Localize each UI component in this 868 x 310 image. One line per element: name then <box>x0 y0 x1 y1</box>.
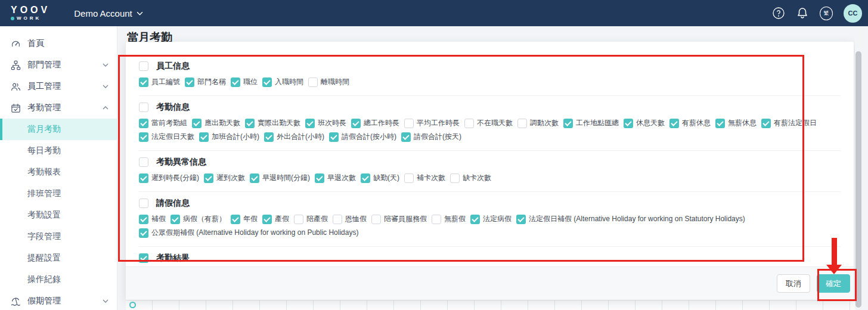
field-option[interactable]: 平均工作時長 <box>404 118 460 128</box>
field-option[interactable]: 法定假日天數 <box>139 132 194 142</box>
checkbox[interactable] <box>470 215 480 224</box>
checkbox[interactable] <box>185 78 194 87</box>
field-option[interactable]: 遲到時長(分鐘) <box>139 173 199 183</box>
sidebar-subitem-7[interactable]: 排班管理 <box>0 183 117 204</box>
checkbox[interactable] <box>624 119 633 128</box>
field-option[interactable]: 早退時間(分鐘) <box>250 173 310 183</box>
scrollbar-thumb[interactable] <box>855 51 861 308</box>
checkbox[interactable] <box>170 215 180 224</box>
field-option[interactable]: 陪產假 <box>294 214 328 224</box>
checkbox[interactable] <box>139 228 148 238</box>
checkbox[interactable] <box>139 119 148 128</box>
field-option[interactable]: 補假 <box>139 214 166 224</box>
sidebar-item-home[interactable]: 首頁 <box>0 33 117 54</box>
cancel-button[interactable]: 取消 <box>777 274 810 293</box>
field-option[interactable]: 調動次數 <box>517 118 559 128</box>
checkbox[interactable] <box>450 173 460 183</box>
checkbox[interactable] <box>139 173 148 183</box>
checkbox[interactable] <box>139 132 148 142</box>
field-option[interactable]: 實際出勤天數 <box>245 118 300 128</box>
section-checkbox[interactable] <box>139 61 148 71</box>
checkbox[interactable] <box>315 173 324 183</box>
field-option[interactable]: 加班合計(小時) <box>199 132 259 142</box>
checkbox[interactable] <box>715 119 725 128</box>
field-option[interactable]: 工作地點匯總 <box>563 118 619 128</box>
field-option[interactable]: 不在職天數 <box>464 118 513 128</box>
checkbox[interactable] <box>308 78 318 87</box>
checkbox[interactable] <box>139 78 148 87</box>
field-option[interactable]: 入職時間 <box>262 77 303 87</box>
confirm-button[interactable]: 確定 <box>817 274 850 293</box>
checkbox[interactable] <box>333 215 342 224</box>
field-option[interactable]: 當前考勤組 <box>139 118 187 128</box>
field-option[interactable]: 缺卡次數 <box>450 173 491 183</box>
checkbox[interactable] <box>761 119 771 128</box>
checkbox[interactable] <box>404 119 414 128</box>
field-option[interactable]: 請假合計(按天) <box>401 132 461 142</box>
field-option[interactable]: 班次時長 <box>305 118 346 128</box>
sidebar-subitem-8[interactable]: 考勤設置 <box>0 204 117 226</box>
checkbox[interactable] <box>264 132 274 142</box>
checkbox[interactable] <box>245 119 255 128</box>
checkbox[interactable] <box>139 215 148 224</box>
checkbox[interactable] <box>464 119 474 128</box>
checkbox[interactable] <box>404 173 414 183</box>
checkbox[interactable] <box>401 132 411 142</box>
sidebar-subitem-10[interactable]: 提醒設置 <box>0 247 117 269</box>
checkbox[interactable] <box>192 119 202 128</box>
field-option[interactable]: 年假 <box>231 214 258 224</box>
checkbox[interactable] <box>517 119 527 128</box>
sidebar-item-dept[interactable]: 部門管理 <box>0 54 117 76</box>
field-option[interactable]: 法定假日補假 (Alternative Holiday for working … <box>516 214 745 224</box>
field-option[interactable]: 部門名稱 <box>185 77 226 87</box>
sidebar-subitem-6[interactable]: 考勤報表 <box>0 162 117 183</box>
section-checkbox[interactable] <box>139 253 148 263</box>
field-option[interactable]: 有薪休息 <box>669 118 711 128</box>
sidebar-subitem-5[interactable]: 每日考勤 <box>0 140 117 162</box>
checkbox[interactable] <box>294 215 303 224</box>
checkbox[interactable] <box>329 132 339 142</box>
field-option[interactable]: 休息天數 <box>624 118 665 128</box>
sidebar-subitem-11[interactable]: 操作紀錄 <box>0 269 117 290</box>
avatar[interactable]: CC <box>844 4 862 23</box>
field-option[interactable]: 有薪法定假日 <box>761 118 817 128</box>
checkbox[interactable] <box>231 215 240 224</box>
checkbox[interactable] <box>199 132 209 142</box>
field-option[interactable]: 遲到次數 <box>204 173 245 183</box>
field-option[interactable]: 總工作時長 <box>351 118 399 128</box>
field-option[interactable]: 應出勤天數 <box>192 118 240 128</box>
field-option[interactable]: 員工編號 <box>139 77 180 87</box>
sidebar-item-attendance[interactable]: 考勤管理 <box>0 97 117 119</box>
account-dropdown[interactable]: Demo Account <box>74 8 143 18</box>
checkbox[interactable] <box>351 119 361 128</box>
field-option[interactable]: 外出合計(小時) <box>264 132 324 142</box>
checkbox[interactable] <box>432 215 441 224</box>
section-checkbox[interactable] <box>139 199 148 208</box>
field-option[interactable]: 病假（有薪） <box>170 214 226 224</box>
help-icon[interactable] <box>772 7 785 20</box>
checkbox[interactable] <box>371 215 381 224</box>
sidebar-item-staff[interactable]: 員工管理 <box>0 76 117 97</box>
checkbox[interactable] <box>361 173 370 183</box>
field-option[interactable]: 職位 <box>231 77 258 87</box>
checkbox[interactable] <box>250 173 259 183</box>
field-option[interactable]: 缺勤(天) <box>361 173 399 183</box>
language-icon[interactable]: 繁 <box>820 7 833 20</box>
field-option[interactable]: 公眾假期補假 (Alternative Holiday for working … <box>139 228 358 238</box>
checkbox[interactable] <box>669 119 679 128</box>
checkbox[interactable] <box>204 173 213 183</box>
field-option[interactable]: 法定病假 <box>470 214 512 224</box>
sidebar-subitem-9[interactable]: 字段管理 <box>0 226 117 247</box>
section-checkbox[interactable] <box>139 157 148 167</box>
field-option[interactable]: 產假 <box>262 214 289 224</box>
field-option[interactable]: 請假合計(按小時) <box>329 132 396 142</box>
field-option[interactable]: 無薪假 <box>432 214 466 224</box>
checkbox[interactable] <box>563 119 573 128</box>
section-checkbox[interactable] <box>139 103 148 112</box>
sidebar-subitem-4[interactable]: 當月考勤 <box>0 119 117 140</box>
checkbox[interactable] <box>262 78 272 87</box>
checkbox[interactable] <box>231 78 240 87</box>
field-option[interactable]: 補卡次數 <box>404 173 445 183</box>
field-option[interactable]: 離職時間 <box>308 77 349 87</box>
field-option[interactable]: 恩恤假 <box>333 214 367 224</box>
